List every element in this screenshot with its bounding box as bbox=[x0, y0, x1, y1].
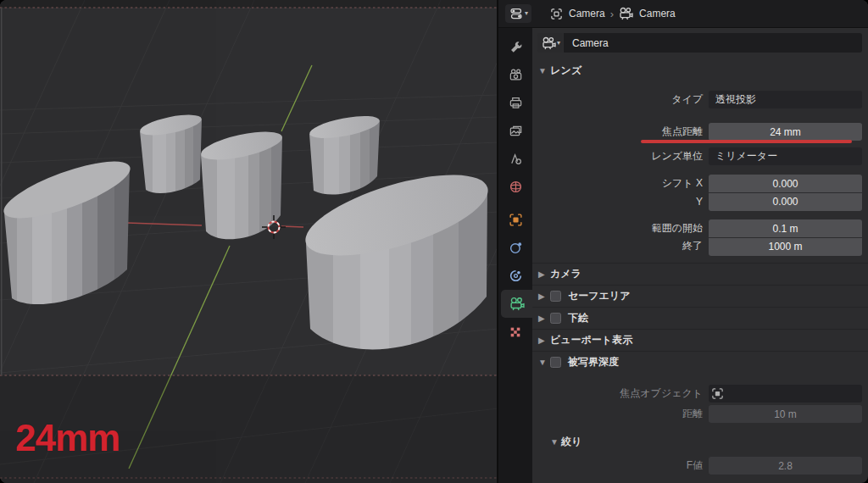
background-images-checkbox[interactable] bbox=[550, 313, 561, 324]
scene-icon bbox=[509, 152, 523, 166]
view-layer-icon bbox=[509, 124, 523, 138]
camera-data-selector[interactable]: ▾ bbox=[537, 33, 563, 53]
section-safe-areas[interactable]: ▶ セーフエリア bbox=[532, 285, 868, 307]
breadcrumb-data[interactable]: Camera bbox=[619, 7, 676, 20]
shift-y-label: Y bbox=[532, 196, 709, 208]
aperture-title: 絞り bbox=[561, 435, 581, 449]
physics-icon bbox=[509, 269, 523, 283]
tab-object[interactable] bbox=[498, 206, 532, 234]
clip-end-label: 終了 bbox=[532, 239, 709, 253]
focal-length-annotation: 24mm bbox=[15, 417, 120, 459]
shift-x-field[interactable]: 0.000 bbox=[709, 175, 862, 192]
tab-view-layer[interactable] bbox=[498, 117, 532, 145]
shift-x-label: シフト X bbox=[532, 176, 709, 191]
tab-constraints[interactable] bbox=[498, 234, 532, 262]
camera-data-icon bbox=[509, 297, 525, 311]
lens-unit-dropdown[interactable]: ミリメーター bbox=[709, 147, 862, 165]
section-viewport-display[interactable]: ▶ ビューポート表示 bbox=[532, 329, 868, 351]
viewport-3d[interactable]: 24mm bbox=[0, 0, 498, 483]
focal-length-field[interactable]: 24 mm bbox=[709, 123, 862, 141]
lens-panel-title: レンズ bbox=[550, 64, 581, 78]
constraints-icon bbox=[509, 241, 523, 255]
lens-unit-row: レンズ単位 ミリメーター bbox=[532, 147, 868, 165]
render-icon bbox=[509, 68, 523, 82]
focus-object-field[interactable] bbox=[709, 385, 862, 402]
clip-start-field[interactable]: 0.1 m bbox=[709, 219, 862, 237]
camera-icon bbox=[619, 7, 633, 20]
section-viewport-display-title: ビューポート表示 bbox=[550, 333, 632, 347]
focus-distance-row: 距離 10 m bbox=[532, 405, 868, 423]
section-camera[interactable]: ▶ カメラ bbox=[532, 263, 868, 285]
focus-object-row: 焦点オブジェクト bbox=[532, 385, 868, 402]
focal-length-highlight-underline bbox=[641, 140, 852, 143]
blender-window: 24mm ▾ bbox=[0, 0, 868, 483]
editor-type-selector[interactable]: ▾ bbox=[505, 4, 531, 23]
chevron-down-icon: ▾ bbox=[557, 40, 560, 47]
breadcrumb-separator: › bbox=[610, 8, 614, 20]
breadcrumb: ▾ Camera › bbox=[498, 0, 868, 28]
camera-icon bbox=[542, 36, 556, 50]
focus-object-label: 焦点オブジェクト bbox=[532, 386, 709, 401]
breadcrumb-data-label: Camera bbox=[639, 8, 676, 19]
lens-type-row: タイプ 透視投影 bbox=[532, 91, 868, 108]
triangle-down-icon: ▼ bbox=[550, 437, 561, 447]
tab-physics[interactable] bbox=[498, 262, 532, 290]
object-icon bbox=[550, 8, 563, 20]
texture-icon bbox=[509, 325, 522, 339]
lens-type-label: タイプ bbox=[532, 92, 709, 107]
breadcrumb-object[interactable]: Camera bbox=[550, 8, 605, 20]
shift-y-row: Y 0.000 bbox=[532, 192, 868, 210]
section-background-title: 下絵 bbox=[568, 311, 588, 325]
properties-tab-strip bbox=[498, 28, 532, 483]
triangle-right-icon: ▶ bbox=[538, 269, 550, 279]
properties-editor-icon bbox=[509, 7, 523, 20]
fstop-field[interactable]: 2.8 bbox=[709, 457, 862, 475]
breadcrumb-object-label: Camera bbox=[569, 8, 605, 19]
triangle-right-icon: ▶ bbox=[538, 291, 550, 301]
clip-end-row: 終了 1000 m bbox=[532, 237, 868, 255]
section-safe-areas-title: セーフエリア bbox=[568, 289, 630, 303]
focal-length-label: 焦点距離 bbox=[532, 125, 709, 139]
datablock-name-field[interactable]: Camera bbox=[564, 33, 862, 53]
fstop-label: F値 bbox=[532, 458, 709, 473]
focus-distance-field[interactable]: 10 m bbox=[709, 405, 862, 423]
object-properties-icon bbox=[509, 213, 523, 227]
tab-output[interactable] bbox=[498, 89, 532, 117]
viewport-scene bbox=[0, 0, 498, 483]
shift-y-field[interactable]: 0.000 bbox=[709, 193, 862, 211]
aperture-subpanel-header[interactable]: ▼ 絞り bbox=[550, 434, 868, 449]
tool-icon bbox=[509, 40, 523, 54]
triangle-down-icon: ▼ bbox=[538, 66, 550, 75]
passepartout-top bbox=[0, 0, 498, 8]
lens-type-dropdown[interactable]: 透視投影 bbox=[709, 91, 862, 108]
section-dof-title: 被写界深度 bbox=[568, 355, 619, 369]
tab-tool[interactable] bbox=[498, 33, 532, 61]
clip-end-field[interactable]: 1000 m bbox=[709, 238, 862, 256]
dof-checkbox[interactable] bbox=[550, 357, 561, 368]
triangle-right-icon: ▶ bbox=[538, 336, 550, 345]
clip-start-label: 範囲の開始 bbox=[532, 221, 709, 236]
tab-world[interactable] bbox=[498, 173, 532, 201]
safe-areas-checkbox[interactable] bbox=[550, 291, 561, 302]
section-depth-of-field[interactable]: ▼ 被写界深度 bbox=[532, 351, 868, 373]
properties-panel: ▾ Camera › bbox=[498, 0, 868, 483]
object-icon bbox=[711, 387, 724, 400]
lens-panel-header[interactable]: ▼ レンズ bbox=[538, 63, 868, 79]
triangle-right-icon: ▶ bbox=[538, 314, 550, 323]
fstop-row: F値 2.8 bbox=[532, 457, 868, 475]
tab-scene[interactable] bbox=[498, 145, 532, 173]
clip-start-row: 範囲の開始 0.1 m bbox=[532, 219, 868, 237]
world-icon bbox=[509, 180, 523, 194]
tab-texture[interactable] bbox=[498, 318, 532, 346]
focus-distance-label: 距離 bbox=[532, 407, 709, 421]
id-datablock-row: ▾ Camera bbox=[537, 33, 862, 53]
tab-object-data[interactable] bbox=[501, 290, 532, 318]
lens-unit-label: レンズ単位 bbox=[532, 149, 709, 164]
tab-render[interactable] bbox=[498, 61, 532, 89]
section-camera-title: カメラ bbox=[550, 267, 581, 281]
properties-content: ▾ Camera ▼ レンズ タイプ 透視投影 焦点距離 24 mm レンズ単位… bbox=[532, 28, 868, 483]
output-icon bbox=[509, 96, 523, 110]
triangle-down-icon: ▼ bbox=[538, 358, 550, 367]
shift-x-row: シフト X 0.000 bbox=[532, 175, 868, 192]
section-background-images[interactable]: ▶ 下絵 bbox=[532, 307, 868, 329]
